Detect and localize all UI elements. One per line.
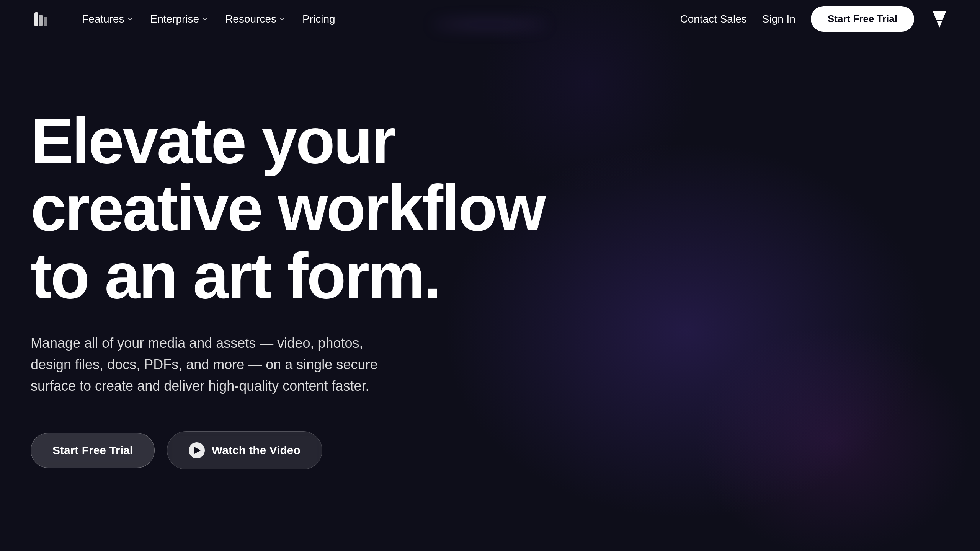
contact-sales-link[interactable]: Contact Sales	[680, 13, 746, 25]
start-free-trial-nav-button[interactable]: Start Free Trial	[811, 6, 914, 32]
play-icon	[189, 442, 205, 458]
nav-left: Features Enterprise Resources Pricing	[31, 8, 342, 30]
logo[interactable]	[31, 8, 52, 30]
nav-enterprise[interactable]: Enterprise	[144, 9, 216, 29]
nav-resources[interactable]: Resources	[218, 9, 292, 29]
main-navigation: Features Enterprise Resources Pricing	[0, 0, 980, 38]
resources-chevron-icon	[279, 16, 286, 23]
enterprise-chevron-icon	[201, 16, 208, 23]
hero-title: Elevate your creative workflow to an art…	[31, 107, 582, 310]
start-free-trial-hero-button[interactable]: Start Free Trial	[31, 433, 155, 468]
watch-video-button[interactable]: Watch the Video	[167, 431, 322, 469]
adobe-logo-icon	[929, 9, 949, 29]
hero-description: Manage all of your media and assets — vi…	[31, 333, 383, 396]
logo-icon	[31, 8, 52, 30]
sign-in-link[interactable]: Sign In	[762, 13, 795, 25]
nav-features[interactable]: Features	[75, 9, 140, 29]
nav-right: Contact Sales Sign In Start Free Trial	[680, 6, 949, 32]
hero-section: Elevate your creative workflow to an art…	[0, 38, 612, 469]
hero-cta-buttons: Start Free Trial Watch the Video	[31, 431, 582, 469]
play-triangle-icon	[194, 447, 201, 454]
nav-links: Features Enterprise Resources Pricing	[75, 9, 342, 29]
nav-pricing[interactable]: Pricing	[296, 9, 342, 29]
features-chevron-icon	[127, 16, 134, 23]
